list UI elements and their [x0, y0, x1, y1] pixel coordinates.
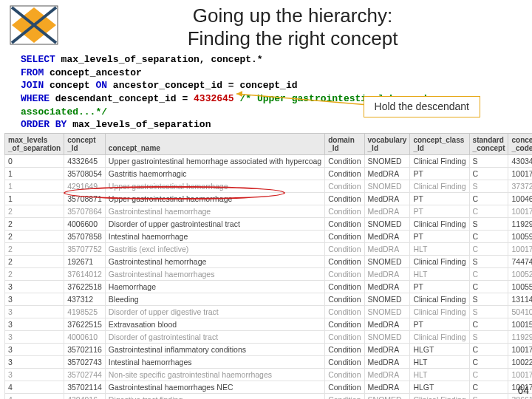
- table-row: 337622515Extravasation bloodConditionMed…: [5, 318, 533, 330]
- table-cell: Condition: [325, 330, 364, 343]
- col-header: concept_class _Id: [410, 133, 469, 154]
- table-cell: HLGT: [410, 343, 469, 355]
- table-cell: Gastritis haemorrhagic: [105, 167, 324, 180]
- title-line1: Going up the hierarchy:: [61, 4, 525, 27]
- table-cell: S: [469, 293, 508, 305]
- table-cell: MedDRA: [364, 242, 410, 255]
- table-cell: SNOMED: [364, 154, 410, 167]
- table-cell: MedDRA: [364, 192, 410, 205]
- table-cell: MedDRA: [364, 230, 410, 242]
- table-cell: Extravasation blood: [105, 318, 324, 330]
- table-cell: Disorder of gastrointestinal tract: [105, 330, 324, 343]
- table-cell: 3: [5, 355, 64, 368]
- table-cell: Clinical Finding: [410, 154, 469, 167]
- table-cell: HLT: [410, 267, 469, 280]
- table-cell: 37614012: [64, 267, 106, 280]
- table-cell: Condition: [325, 355, 364, 368]
- table-cell: 3: [5, 280, 64, 293]
- table-cell: 4304916: [64, 393, 106, 399]
- table-cell: 430349003: [508, 154, 532, 167]
- table-cell: C: [469, 368, 508, 381]
- table-cell: C: [469, 205, 508, 217]
- table-cell: 3: [5, 293, 64, 305]
- table-cell: S: [469, 305, 508, 318]
- table-cell: SNOMED: [364, 180, 410, 192]
- table-cell: PT: [410, 167, 469, 180]
- table-cell: 10059175: [508, 230, 532, 242]
- table-cell: Condition: [325, 217, 364, 230]
- table-cell: 10017969: [508, 343, 532, 355]
- table-cell: PT: [410, 280, 469, 293]
- table-cell: 10015807: [508, 318, 532, 330]
- table-row: 34000610Disorder of gastrointestinal tra…: [5, 330, 533, 343]
- col-header: standard _concept: [469, 133, 508, 154]
- table-row: 435702114Gastrointestinal haemorrhages N…: [5, 381, 533, 393]
- table-cell: 192671: [64, 255, 106, 267]
- table-cell: 10046274: [508, 192, 532, 205]
- table-cell: 4000610: [64, 330, 106, 343]
- table-cell: MedDRA: [364, 205, 410, 217]
- col-header: max_levels _of_separation: [5, 133, 64, 154]
- table-cell: C: [469, 280, 508, 293]
- table-cell: HLT: [410, 242, 469, 255]
- table-cell: SNOMED: [364, 330, 410, 343]
- table-row: 14291649Upper gastrointestinal hemorrhag…: [5, 180, 533, 192]
- table-cell: PT: [410, 230, 469, 242]
- table-cell: 437312: [64, 293, 106, 305]
- table-cell: C: [469, 192, 508, 205]
- table-cell: C: [469, 242, 508, 255]
- table-cell: 2: [5, 217, 64, 230]
- table-cell: 35707858: [64, 230, 106, 242]
- table-cell: Condition: [325, 255, 364, 267]
- table-cell: Upper gastrointestinal haemorrhage: [105, 192, 324, 205]
- table-cell: SNOMED: [364, 217, 410, 230]
- table-cell: Condition: [325, 205, 364, 217]
- table-cell: 50410009: [508, 305, 532, 318]
- table-row: 135708054Gastritis haemorrhagicCondition…: [5, 167, 533, 180]
- table-cell: SNOMED: [364, 393, 410, 399]
- table-cell: S: [469, 217, 508, 230]
- table-row: 44304916Digestive tract findingCondition…: [5, 393, 533, 399]
- table-cell: Upper gastrointestinal hemorrhage: [105, 180, 324, 192]
- table-cell: Condition: [325, 318, 364, 330]
- table-cell: 10055798: [508, 280, 532, 293]
- table-cell: Condition: [325, 381, 364, 393]
- table-cell: Upper gastrointestinal hemorrhage associ…: [105, 154, 324, 167]
- table-cell: Condition: [325, 167, 364, 180]
- table-cell: 10017866: [508, 167, 532, 180]
- table-cell: 10017854: [508, 242, 532, 255]
- table-cell: 74474003: [508, 255, 532, 267]
- table-row: 04332645Upper gastrointestinal hemorrhag…: [5, 154, 533, 167]
- table-cell: 35702744: [64, 368, 106, 381]
- table-cell: 4332645: [64, 154, 106, 167]
- table-cell: Condition: [325, 305, 364, 318]
- table-cell: 35702114: [64, 381, 106, 393]
- table-cell: MedDRA: [364, 167, 410, 180]
- callout-arrow: [236, 91, 384, 109]
- svg-marker-5: [236, 91, 242, 97]
- table-cell: C: [469, 318, 508, 330]
- table-cell: Clinical Finding: [410, 217, 469, 230]
- table-cell: S: [469, 154, 508, 167]
- table-row: 335702743Intestinal haemorrhagesConditio…: [5, 355, 533, 368]
- table-cell: Clinical Finding: [410, 330, 469, 343]
- table-cell: Condition: [325, 192, 364, 205]
- table-cell: 2: [5, 230, 64, 242]
- table-cell: 4: [5, 381, 64, 393]
- table-cell: HLGT: [410, 381, 469, 393]
- table-cell: Digestive tract finding: [105, 393, 324, 399]
- table-cell: Gastritis (excl infective): [105, 242, 324, 255]
- table-cell: 4: [5, 393, 64, 399]
- table-row: 335702744Non-site specific gastrointesti…: [5, 368, 533, 381]
- table-row: 235707752Gastritis (excl infective)Condi…: [5, 242, 533, 255]
- table-cell: Gastrointestinal haemorrhage: [105, 205, 324, 217]
- table-cell: 119292006: [508, 330, 532, 343]
- table-cell: 37622518: [64, 280, 106, 293]
- table-cell: Clinical Finding: [410, 305, 469, 318]
- table-cell: Condition: [325, 393, 364, 399]
- table-cell: MedDRA: [364, 368, 410, 381]
- table-cell: 35707864: [64, 205, 106, 217]
- table-cell: MedDRA: [364, 381, 410, 393]
- table-cell: Disorder of upper gastrointestinal tract: [105, 217, 324, 230]
- table-row: 2192671Gastrointestinal hemorrhageCondit…: [5, 255, 533, 267]
